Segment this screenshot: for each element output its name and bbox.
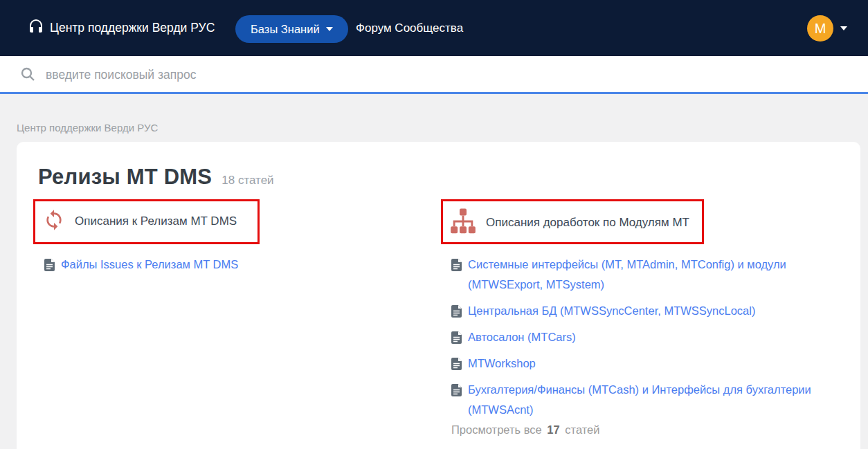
view-all-count: 17 <box>545 423 561 436</box>
view-all-prefix: Просмотреть все <box>451 423 542 436</box>
avatar: M <box>807 15 833 42</box>
breadcrumb-label: Центр поддержки Верди РУС <box>17 122 158 134</box>
search-input[interactable] <box>44 62 808 88</box>
article-link-label: Автосалон (MTCars) <box>468 327 576 347</box>
support-center-page: Центр поддержки Верди РУС Базы Знаний Фо… <box>0 0 868 449</box>
article-link-label: Системные интерфейсы (MT, MTAdmin, MTCon… <box>468 255 849 295</box>
headphones-icon <box>28 18 44 38</box>
article-link[interactable]: MTWorkshop <box>451 354 849 374</box>
category-modules-header[interactable]: Описания доработок по Модулям МТ <box>450 208 689 238</box>
article-link[interactable]: Файлы Issues к Релизам MT DMS <box>44 255 404 275</box>
knowledge-bases-button[interactable]: Базы Знаний <box>235 15 348 43</box>
chevron-down-icon <box>840 26 847 30</box>
search-icon <box>19 66 36 85</box>
category-releases-title: Описания к Релизам MT DMS <box>75 214 237 228</box>
article-link[interactable]: Центральная БД (MTWSSyncCenter, MTWSSync… <box>451 301 849 321</box>
community-forum-link[interactable]: Форум Сообщества <box>356 0 463 56</box>
modules-links-list: Системные интерфейсы (MT, MTAdmin, MTCon… <box>451 255 849 426</box>
document-icon <box>451 305 462 320</box>
article-link[interactable]: Автосалон (MTCars) <box>451 327 849 347</box>
refresh-icon <box>43 209 65 234</box>
document-icon <box>451 331 462 347</box>
search-bar <box>0 56 868 94</box>
article-link-label: MTWorkshop <box>468 354 536 374</box>
view-all-articles-link[interactable]: Просмотреть все 17 статей <box>451 423 599 437</box>
releases-links-list: Файлы Issues к Релизам MT DMS <box>44 255 404 281</box>
brand-home-link[interactable]: Центр поддержки Верди РУС <box>28 0 215 56</box>
sitemap-icon <box>450 208 476 238</box>
category-modules-title: Описания доработок по Модулям МТ <box>486 216 689 230</box>
article-link-label: Центральная БД (MTWSSyncCenter, MTWSSync… <box>468 301 755 321</box>
user-menu-button[interactable]: M <box>807 15 847 42</box>
article-count: 18 статей <box>221 174 273 187</box>
article-link-label: Бухгалтерия/Финансы (MTCash) и Интерфейс… <box>468 380 849 420</box>
knowledge-bases-label: Базы Знаний <box>251 23 320 36</box>
page-title: Релизы MT DMS <box>38 165 212 190</box>
brand-label: Центр поддержки Верди РУС <box>50 21 215 35</box>
avatar-initial: M <box>815 21 826 37</box>
document-icon <box>451 358 462 373</box>
article-link[interactable]: Системные интерфейсы (MT, MTAdmin, MTCon… <box>451 255 849 295</box>
forum-label: Форум Сообщества <box>356 21 463 35</box>
top-navbar: Центр поддержки Верди РУС Базы Знаний Фо… <box>0 0 868 56</box>
article-link-label: Файлы Issues к Релизам MT DMS <box>61 255 238 275</box>
page-title-row: Релизы MT DMS 18 статей <box>38 165 274 190</box>
breadcrumb[interactable]: Центр поддержки Верди РУС <box>17 122 158 134</box>
chevron-down-icon <box>326 27 333 31</box>
view-all-suffix: статей <box>565 423 599 436</box>
document-icon <box>451 384 462 399</box>
category-releases-header[interactable]: Описания к Релизам MT DMS <box>43 209 237 234</box>
article-link[interactable]: Бухгалтерия/Финансы (MTCash) и Интерфейс… <box>451 380 849 420</box>
document-icon <box>44 259 55 274</box>
document-icon <box>451 259 462 274</box>
